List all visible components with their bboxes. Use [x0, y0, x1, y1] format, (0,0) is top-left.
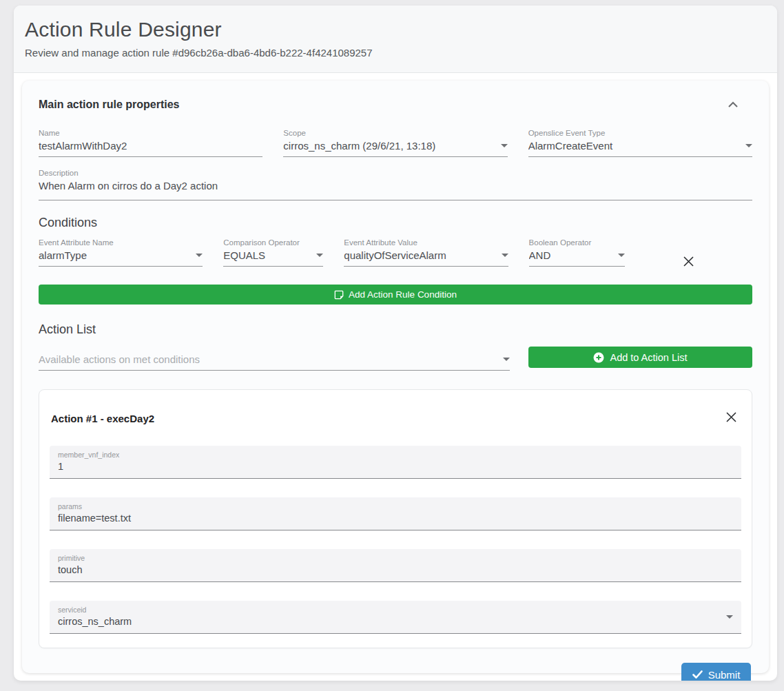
dropdown-arrow-icon [196, 254, 203, 257]
remove-condition-button[interactable] [680, 254, 698, 271]
dropdown-arrow-icon [503, 358, 510, 361]
primitive-field[interactable]: primitive [50, 549, 741, 582]
event-type-select[interactable]: AlarmCreateEvent [528, 140, 740, 152]
add-condition-button-label: Add Action Rule Condition [349, 289, 457, 300]
page-subtitle: Review and manage action rule #d96cb26a-… [25, 47, 766, 59]
note-add-icon [334, 290, 344, 300]
scope-label: Scope [283, 129, 507, 137]
event-attribute-value-field[interactable]: Event Attribute Value qualityOfServiceAl… [344, 238, 508, 267]
boolean-operator-label: Boolean Operator [529, 238, 626, 247]
submit-button[interactable]: Submit [681, 663, 751, 681]
page-header: Action Rule Designer Review and manage a… [14, 6, 777, 73]
comparison-operator-label: Comparison Operator [223, 238, 323, 247]
conditions-heading: Conditions [39, 216, 752, 230]
member-vnf-index-input[interactable] [58, 461, 733, 472]
boolean-operator-select[interactable]: AND [529, 249, 613, 261]
event-attribute-name-select[interactable]: alarmType [39, 249, 190, 261]
serviceid-select[interactable] [58, 616, 721, 627]
member-vnf-index-label: member_vnf_index [58, 451, 733, 459]
member-vnf-index-field[interactable]: member_vnf_index [50, 446, 741, 479]
dropdown-arrow-icon [501, 144, 508, 147]
description-input[interactable] [39, 180, 752, 192]
add-to-action-list-label: Add to Action List [610, 352, 687, 363]
boolean-operator-field[interactable]: Boolean Operator AND [529, 238, 626, 267]
params-input[interactable] [58, 513, 733, 524]
event-type-label: Openslice Event Type [528, 129, 752, 137]
primitive-input[interactable] [58, 564, 733, 575]
dropdown-arrow-icon [316, 254, 323, 257]
check-icon [692, 670, 703, 679]
serviceid-field[interactable]: serviceid [50, 601, 741, 634]
scope-select[interactable]: cirros_ns_charm (29/6/21, 13:18) [283, 140, 495, 152]
description-label: Description [39, 169, 752, 177]
submit-button-label: Submit [708, 669, 741, 681]
main-properties-card: Main action rule properties Name Scope [22, 81, 769, 673]
main-card-title: Main action rule properties [39, 99, 179, 111]
collapse-panel-button[interactable] [723, 97, 743, 112]
description-field[interactable]: Description [39, 169, 752, 200]
available-actions-field[interactable]: Available actions on met conditions [39, 353, 510, 371]
scope-field[interactable]: Scope cirros_ns_charm (29/6/21, 13:18) [283, 129, 507, 157]
action-card-title: Action #1 - execDay2 [51, 413, 154, 424]
dropdown-arrow-icon [745, 144, 752, 147]
name-label: Name [39, 129, 262, 137]
name-input[interactable] [39, 140, 262, 152]
remove-action-button[interactable] [722, 409, 740, 427]
add-circle-icon [593, 352, 604, 363]
dropdown-arrow-icon [618, 254, 625, 257]
page-body: Main action rule properties Name Scope [14, 73, 777, 681]
dropdown-arrow-icon [726, 615, 733, 619]
event-attribute-value-label: Event Attribute Value [344, 238, 508, 247]
chevron-up-icon [728, 100, 739, 110]
add-condition-button[interactable]: Add Action Rule Condition [39, 285, 752, 305]
event-type-field[interactable]: Openslice Event Type AlarmCreateEvent [528, 129, 752, 157]
action-card: Action #1 - execDay2 member_vnf_index [39, 389, 752, 648]
close-icon [725, 411, 737, 425]
primitive-label: primitive [58, 554, 733, 562]
action-rule-designer-panel: Action Rule Designer Review and manage a… [14, 6, 777, 681]
available-actions-select[interactable]: Available actions on met conditions [39, 353, 497, 365]
event-attribute-name-label: Event Attribute Name [39, 238, 203, 247]
properties-row: Name Scope cirros_ns_charm (29/6/21, 13:… [39, 129, 752, 157]
dropdown-arrow-icon [502, 254, 508, 257]
comparison-operator-field[interactable]: Comparison Operator EQUALS [223, 238, 323, 267]
params-label: params [58, 502, 733, 510]
add-to-action-list-button[interactable]: Add to Action List [528, 347, 752, 368]
page-title: Action Rule Designer [25, 18, 766, 41]
event-attribute-value-select[interactable]: qualityOfServiceAlarm [344, 249, 495, 261]
action-list-heading: Action List [39, 322, 752, 337]
serviceid-label: serviceid [58, 606, 721, 614]
close-icon [683, 256, 694, 269]
params-field[interactable]: params [50, 497, 741, 530]
event-attribute-name-field[interactable]: Event Attribute Name alarmType [39, 238, 203, 267]
action-list-row: Available actions on met conditions Add … [39, 347, 752, 371]
description-row: Description [39, 169, 752, 200]
name-field[interactable]: Name [39, 129, 262, 157]
condition-row: Event Attribute Name alarmType Compariso… [39, 238, 752, 271]
comparison-operator-select[interactable]: EQUALS [223, 249, 311, 261]
